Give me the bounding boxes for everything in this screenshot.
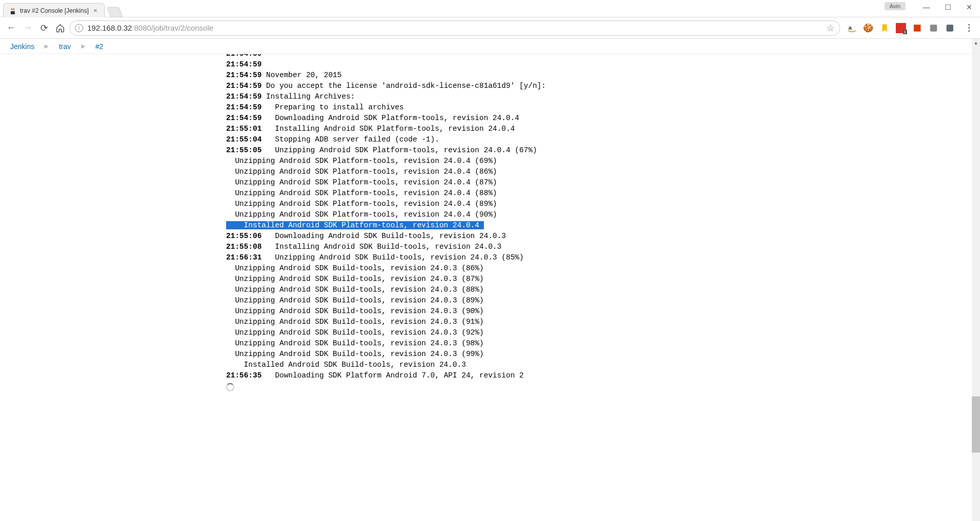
tab-title: trav #2 Console [Jenkins]	[20, 7, 89, 14]
nav-reload-button[interactable]: ⟳	[37, 21, 51, 35]
tab-close-icon[interactable]: ×	[92, 7, 99, 14]
gray-ext-icon-1[interactable]	[928, 22, 939, 34]
window-controls: Avin — ☐ ✕	[885, 0, 980, 14]
cookie-ext-icon[interactable]: 🍪	[863, 22, 874, 34]
breadcrumb-sep-icon: ▶	[38, 43, 55, 50]
url-input[interactable]: i 192.168.0.32:8080/job/trav/2/console ☆	[69, 20, 840, 36]
red-ext-icon[interactable]: 1	[895, 22, 906, 34]
breadcrumb-item[interactable]: Jenkins	[6, 40, 38, 53]
scroll-up-icon[interactable]: ▲	[972, 39, 980, 47]
tabs-area: trav #2 Console [Jenkins] ×	[0, 0, 121, 17]
svg-point-2	[11, 9, 12, 10]
browser-title-bar: trav #2 Console [Jenkins] × Avin — ☐ ✕	[0, 0, 980, 17]
svg-rect-7	[946, 25, 953, 32]
breadcrumb: Jenkins ▶ trav ▶ #2	[0, 39, 980, 54]
svg-point-3	[13, 9, 14, 10]
svg-rect-5	[914, 25, 921, 32]
address-bar: ← → ⟳ i 192.168.0.32:8080/job/trav/2/con…	[0, 17, 980, 39]
svg-rect-1	[11, 11, 15, 14]
amazon-ext-icon[interactable]: a	[846, 22, 857, 34]
bookmark-star-icon[interactable]: ☆	[826, 22, 835, 34]
new-tab-button[interactable]	[107, 7, 122, 17]
vertical-scrollbar[interactable]: ▲	[972, 39, 980, 54]
breadcrumb-sep-icon: ▶	[75, 43, 91, 50]
office-ext-icon[interactable]	[912, 22, 923, 34]
nav-home-button[interactable]	[53, 21, 67, 35]
svg-point-0	[11, 8, 15, 12]
svg-text:a: a	[848, 24, 852, 31]
window-close-button[interactable]: ✕	[959, 0, 980, 14]
url-text: 192.168.0.32:8080/job/trav/2/console	[87, 23, 822, 32]
jenkins-favicon-icon	[9, 7, 17, 15]
breadcrumb-item[interactable]: #2	[91, 40, 108, 53]
nav-back-button[interactable]: ←	[4, 21, 18, 35]
svg-rect-6	[930, 25, 937, 32]
chrome-menu-button[interactable]	[962, 24, 976, 32]
window-minimize-button[interactable]: —	[916, 0, 937, 14]
breadcrumb-item[interactable]: trav	[55, 40, 75, 53]
chrome-user-badge[interactable]: Avin	[885, 2, 905, 10]
window-maximize-button[interactable]: ☐	[937, 0, 959, 14]
browser-tab[interactable]: trav #2 Console [Jenkins] ×	[3, 3, 105, 17]
gray-ext-icon-2[interactable]	[944, 22, 955, 34]
extension-icons: a 🍪 1	[842, 22, 960, 34]
nav-forward-button[interactable]: →	[20, 21, 35, 35]
bookmark-ext-icon[interactable]	[879, 22, 890, 34]
site-info-icon[interactable]: i	[75, 24, 83, 32]
